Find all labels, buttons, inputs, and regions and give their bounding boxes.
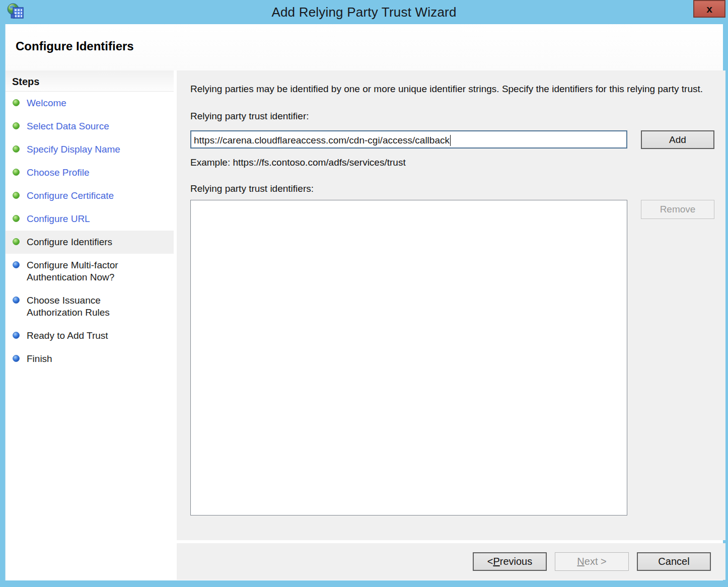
step-status-bullet xyxy=(13,238,20,245)
previous-button[interactable]: < Previous xyxy=(473,552,547,571)
page-title: Configure Identifiers xyxy=(16,39,134,53)
step-label: Specify Display Name xyxy=(27,143,120,156)
step-status-bullet xyxy=(13,122,20,129)
step-label: Choose Profile xyxy=(27,167,90,179)
step-label: Configure Identifiers xyxy=(27,236,112,248)
add-button[interactable]: Add xyxy=(641,130,714,149)
step-status-bullet xyxy=(13,192,20,199)
identifiers-list-row: Remove xyxy=(190,200,714,516)
cancel-button[interactable]: Cancel xyxy=(637,552,711,571)
remove-button: Remove xyxy=(641,200,714,219)
sidebar-step-configure-certificate: Configure Certificate xyxy=(6,184,174,207)
identifier-input-label: Relying party trust identifier: xyxy=(190,111,714,122)
sidebar-step-welcome: Welcome xyxy=(6,92,174,115)
step-label: Choose Issuance Authorization Rules xyxy=(27,295,148,319)
steps-sidebar: Steps WelcomeSelect Data SourceSpecify D… xyxy=(6,70,174,580)
identifiers-listbox[interactable] xyxy=(190,200,627,516)
step-label: Configure Multi-factor Authentication No… xyxy=(27,259,148,283)
sidebar-step-specify-display-name: Specify Display Name xyxy=(6,138,174,161)
identifier-input-row: https://carena.cloudflareaccess.com/cdn-… xyxy=(190,130,714,149)
identifier-input[interactable]: https://carena.cloudflareaccess.com/cdn-… xyxy=(190,130,627,149)
wizard-window: Add Relying Party Trust Wizard x Configu… xyxy=(0,0,728,587)
sidebar-step-configure-identifiers: Configure Identifiers xyxy=(6,231,174,254)
footer-bar: < Previous Next > Cancel xyxy=(177,543,725,580)
window-title: Add Relying Party Trust Wizard xyxy=(0,5,728,20)
intro-text: Relying parties may be identified by one… xyxy=(190,82,706,96)
step-label: Configure URL xyxy=(27,213,90,225)
step-status-bullet xyxy=(13,215,20,222)
sidebar-step-ready-to-add-trust: Ready to Add Trust xyxy=(6,324,174,347)
page-header: Configure Identifiers xyxy=(6,24,723,70)
step-label: Finish xyxy=(27,353,52,365)
sidebar-step-finish: Finish xyxy=(6,347,174,371)
sidebar-step-configure-multi-factor-authentication-now: Configure Multi-factor Authentication No… xyxy=(6,254,174,289)
step-label: Select Data Source xyxy=(27,120,109,132)
sidebar-step-choose-issuance-authorization-rules: Choose Issuance Authorization Rules xyxy=(6,289,174,324)
step-label: Welcome xyxy=(27,97,66,109)
next-button: Next > xyxy=(555,552,629,571)
titlebar: Add Relying Party Trust Wizard x xyxy=(0,0,728,24)
step-status-bullet xyxy=(13,297,20,304)
step-label: Ready to Add Trust xyxy=(27,330,108,342)
steps-header: Steps xyxy=(6,70,174,92)
step-status-bullet xyxy=(13,332,20,339)
sidebar-step-choose-profile: Choose Profile xyxy=(6,161,174,184)
body-layout: Steps WelcomeSelect Data SourceSpecify D… xyxy=(6,70,723,580)
identifiers-list-label: Relying party trust identifiers: xyxy=(190,183,714,194)
sidebar-step-select-data-source: Select Data Source xyxy=(6,115,174,138)
sidebar-step-configure-url: Configure URL xyxy=(6,207,174,231)
close-button[interactable]: x xyxy=(693,0,725,18)
identifier-input-value: https://carena.cloudflareaccess.com/cdn-… xyxy=(194,135,450,146)
step-status-bullet xyxy=(13,145,20,153)
text-caret xyxy=(450,135,451,146)
example-text: Example: https://fs.contoso.com/adfs/ser… xyxy=(190,157,714,168)
main-content-panel: Relying parties may be identified by one… xyxy=(177,70,725,540)
step-status-bullet xyxy=(13,261,20,268)
wizard-client-area: Configure Identifiers Steps WelcomeSelec… xyxy=(5,24,723,580)
step-status-bullet xyxy=(13,99,20,106)
step-status-bullet xyxy=(13,169,20,176)
steps-list: WelcomeSelect Data SourceSpecify Display… xyxy=(6,92,174,371)
step-label: Configure Certificate xyxy=(27,190,114,202)
step-status-bullet xyxy=(13,355,20,362)
